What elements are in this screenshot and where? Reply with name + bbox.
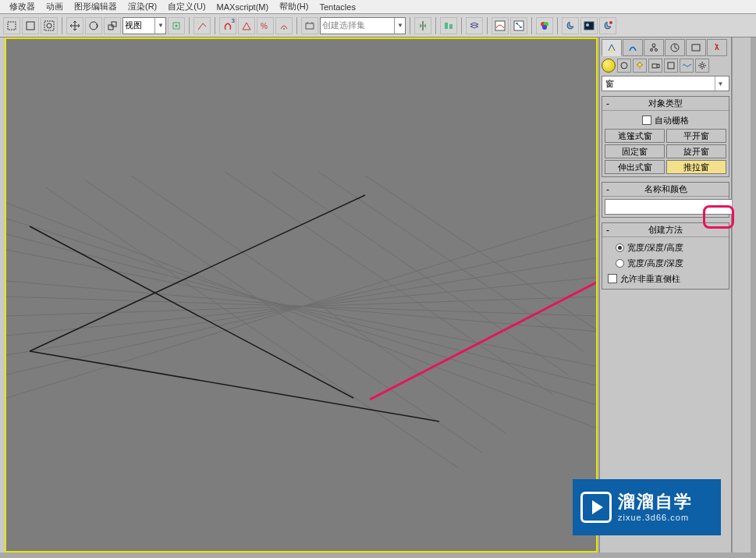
menu-item[interactable]: 图形编辑器 bbox=[74, 1, 117, 12]
render-icon[interactable] bbox=[599, 17, 616, 34]
schematic-view-icon[interactable] bbox=[510, 17, 527, 34]
rollout-title: 名称和颜色 bbox=[602, 183, 729, 195]
menu-item[interactable]: 修改器 bbox=[9, 1, 35, 12]
percent-snap-icon[interactable]: % bbox=[257, 17, 274, 34]
command-panel: 窗 ▼ - 对象类型 自动栅格 遮篷式窗 平开窗 固定窗 旋开窗 bbox=[599, 37, 732, 553]
perspective-viewport[interactable] bbox=[5, 37, 598, 553]
angle-snap-icon[interactable] bbox=[238, 17, 255, 34]
svg-line-34 bbox=[45, 187, 459, 468]
svg-line-38 bbox=[272, 172, 568, 375]
rollout-toggle-icon: - bbox=[602, 185, 613, 194]
modify-panel-tab[interactable] bbox=[623, 39, 643, 56]
objtype-btn-fixed[interactable]: 固定窗 bbox=[605, 144, 665, 158]
svg-point-44 bbox=[611, 50, 613, 52]
svg-line-25 bbox=[6, 234, 598, 386]
mirror-icon[interactable] bbox=[414, 17, 431, 34]
objtype-btn-awning[interactable]: 遮篷式窗 bbox=[605, 129, 665, 143]
allow-nonvert-label: 允许非垂直侧柱 bbox=[620, 273, 680, 285]
svg-rect-0 bbox=[8, 22, 16, 30]
select-manipulate-icon[interactable] bbox=[193, 17, 211, 34]
motion-panel-tab[interactable] bbox=[665, 39, 685, 56]
utilities-panel-tab[interactable] bbox=[707, 39, 727, 56]
create-panel-tab[interactable] bbox=[602, 39, 622, 56]
svg-line-26 bbox=[6, 250, 598, 367]
create-radio-wdh-label: 宽度/深度/高度 bbox=[627, 242, 683, 254]
scale-icon[interactable] bbox=[104, 17, 121, 34]
svg-line-43 bbox=[30, 195, 365, 351]
display-panel-tab[interactable] bbox=[686, 39, 706, 56]
spacewarps-category-icon[interactable] bbox=[680, 59, 694, 73]
objtype-btn-casement[interactable]: 平开窗 bbox=[666, 129, 726, 143]
subcategory-dropdown[interactable]: 窗 ▼ bbox=[602, 76, 729, 91]
svg-line-41 bbox=[30, 226, 353, 398]
select-rect-icon[interactable] bbox=[22, 17, 39, 34]
objtype-btn-sliding[interactable]: 推拉窗 bbox=[666, 160, 726, 174]
systems-category-icon[interactable] bbox=[695, 59, 709, 73]
menu-item[interactable]: Tentacles bbox=[319, 2, 355, 12]
layers-icon[interactable] bbox=[466, 17, 483, 34]
create-radio-wdh[interactable] bbox=[616, 243, 624, 252]
select-paint-icon[interactable] bbox=[41, 17, 58, 34]
svg-line-37 bbox=[225, 172, 552, 394]
geometry-category-icon[interactable] bbox=[602, 59, 616, 73]
svg-rect-1 bbox=[27, 22, 34, 30]
objtype-btn-pivoted[interactable]: 旋开窗 bbox=[666, 144, 726, 158]
spinner-snap-icon[interactable] bbox=[275, 17, 293, 34]
edit-named-sel-icon[interactable] bbox=[301, 17, 318, 34]
snap-toggle-icon[interactable]: 3 bbox=[219, 17, 236, 34]
curve-editor-icon[interactable] bbox=[492, 17, 509, 34]
use-pivot-icon[interactable] bbox=[168, 17, 185, 34]
svg-point-50 bbox=[621, 62, 627, 69]
menu-item[interactable]: 自定义(U) bbox=[168, 1, 205, 12]
svg-rect-20 bbox=[584, 22, 594, 30]
chevron-down-icon: ▼ bbox=[715, 76, 726, 91]
svg-point-19 bbox=[542, 25, 547, 30]
hierarchy-panel-tab[interactable] bbox=[644, 39, 664, 56]
cameras-category-icon[interactable] bbox=[648, 59, 662, 73]
align-icon[interactable] bbox=[440, 17, 457, 34]
shapes-category-icon[interactable] bbox=[617, 59, 631, 73]
objtype-btn-projected[interactable]: 伸出式窗 bbox=[605, 160, 665, 174]
select-region-icon[interactable] bbox=[3, 17, 20, 34]
rendered-frame-icon[interactable] bbox=[580, 17, 598, 34]
menu-item[interactable]: 帮助(H) bbox=[279, 1, 308, 12]
move-icon[interactable] bbox=[66, 17, 83, 34]
svg-point-3 bbox=[47, 23, 51, 28]
render-setup-icon[interactable] bbox=[562, 17, 579, 34]
rollout-title: 对象类型 bbox=[602, 98, 729, 109]
menu-item[interactable]: 渲染(R) bbox=[128, 1, 157, 12]
svg-point-51 bbox=[638, 63, 642, 67]
rollout-header[interactable]: - 对象类型 bbox=[602, 97, 729, 111]
autogrid-label: 自动栅格 bbox=[655, 115, 689, 126]
rollout-creation-method: - 创建方法 宽度/深度/高度 宽度/高度/深度 允许非垂直侧柱 bbox=[602, 222, 729, 290]
watermark: 溜溜自学 zixue.3d66.com bbox=[573, 479, 721, 535]
menu-item[interactable]: MAXscript(M) bbox=[217, 2, 269, 12]
named-selection-dropdown[interactable]: 创建选择集 ▼ bbox=[320, 17, 406, 34]
svg-rect-5 bbox=[108, 25, 113, 30]
viewport-grid bbox=[6, 39, 598, 553]
svg-rect-52 bbox=[652, 64, 657, 68]
allow-nonvert-checkbox[interactable] bbox=[608, 274, 617, 283]
create-radio-whd[interactable] bbox=[616, 259, 624, 268]
helpers-category-icon[interactable] bbox=[664, 59, 678, 73]
menu-item[interactable]: 动画 bbox=[46, 1, 63, 12]
rotate-icon[interactable] bbox=[85, 17, 102, 34]
svg-rect-2 bbox=[44, 21, 54, 30]
menubar: 修改器 动画 图形编辑器 渲染(R) 自定义(U) MAXscript(M) 帮… bbox=[0, 0, 756, 14]
create-radio-whd-label: 宽度/高度/深度 bbox=[627, 258, 683, 269]
material-editor-icon[interactable] bbox=[536, 17, 553, 34]
rollout-header[interactable]: - 名称和颜色 bbox=[602, 183, 729, 197]
svg-rect-53 bbox=[668, 62, 674, 69]
autogrid-checkbox[interactable] bbox=[642, 116, 651, 125]
rollout-toggle-icon: - bbox=[602, 226, 613, 235]
lights-category-icon[interactable] bbox=[633, 59, 647, 73]
rollout-object-type: - 对象类型 自动栅格 遮篷式窗 平开窗 固定窗 旋开窗 伸出式窗 bbox=[602, 96, 729, 177]
command-panel-tabs bbox=[602, 39, 729, 56]
rollout-name-color: - 名称和颜色 bbox=[602, 182, 729, 218]
object-name-input[interactable] bbox=[605, 199, 738, 215]
reference-coord-dropdown[interactable]: 视图 ▼ bbox=[122, 17, 166, 34]
svg-point-22 bbox=[609, 21, 612, 24]
create-category-row bbox=[602, 59, 729, 73]
rollout-header[interactable]: - 创建方法 bbox=[602, 223, 729, 237]
main-toolbar: 视图 ▼ 3 % 创建选择集 ▼ bbox=[0, 14, 756, 37]
